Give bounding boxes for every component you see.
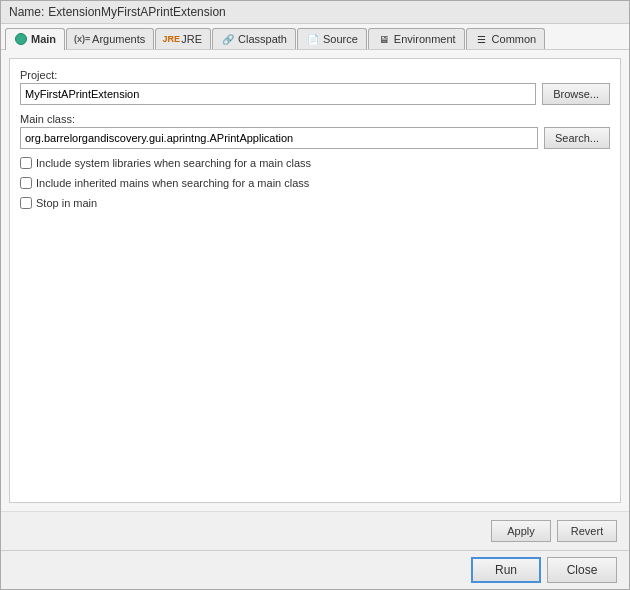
tab-classpath-label: Classpath <box>238 33 287 45</box>
source-tab-icon: 📄 <box>306 32 320 46</box>
checkbox-stop-in-main: Stop in main <box>20 197 610 209</box>
checkbox-inherited-mains: Include inherited mains when searching f… <box>20 177 610 189</box>
classpath-tab-icon: 🔗 <box>221 32 235 46</box>
tab-classpath[interactable]: 🔗 Classpath <box>212 28 296 49</box>
project-field-group: Project: Browse... <box>20 69 610 105</box>
tab-jre-label: JRE <box>181 33 202 45</box>
tab-source-label: Source <box>323 33 358 45</box>
tab-environment[interactable]: 🖥 Environment <box>368 28 465 49</box>
content-spacer <box>20 217 610 492</box>
title-bar: Name: ExtensionMyFirstAPrintExtension <box>1 1 629 24</box>
checkbox-inherited-mains-input[interactable] <box>20 177 32 189</box>
main-tab-icon <box>14 32 28 46</box>
main-class-field-row: Search... <box>20 127 610 149</box>
checkbox-system-libraries-input[interactable] <box>20 157 32 169</box>
main-class-label: Main class: <box>20 113 610 125</box>
name-label: Name: <box>9 5 44 19</box>
run-button[interactable]: Run <box>471 557 541 583</box>
dialog-name-value: ExtensionMyFirstAPrintExtension <box>48 5 225 19</box>
project-field-row: Browse... <box>20 83 610 105</box>
main-class-field-group: Main class: Search... <box>20 113 610 149</box>
tab-jre[interactable]: JRE JRE <box>155 28 211 49</box>
checkbox-inherited-mains-label: Include inherited mains when searching f… <box>36 177 309 189</box>
tab-source[interactable]: 📄 Source <box>297 28 367 49</box>
common-tab-icon: ☰ <box>475 32 489 46</box>
environment-tab-icon: 🖥 <box>377 32 391 46</box>
project-input[interactable] <box>20 83 536 105</box>
checkbox-system-libraries: Include system libraries when searching … <box>20 157 610 169</box>
dialog: Name: ExtensionMyFirstAPrintExtension Ma… <box>0 0 630 590</box>
jre-tab-icon: JRE <box>164 32 178 46</box>
close-button[interactable]: Close <box>547 557 617 583</box>
checkbox-stop-in-main-label: Stop in main <box>36 197 97 209</box>
tab-arguments[interactable]: (x)= Arguments <box>66 28 154 49</box>
project-label: Project: <box>20 69 610 81</box>
run-close-bar: Run Close <box>1 550 629 589</box>
checkbox-stop-in-main-input[interactable] <box>20 197 32 209</box>
tabs-bar: Main (x)= Arguments JRE JRE 🔗 Classpath … <box>1 24 629 50</box>
checkbox-system-libraries-label: Include system libraries when searching … <box>36 157 311 169</box>
revert-button[interactable]: Revert <box>557 520 617 542</box>
tab-common[interactable]: ☰ Common <box>466 28 546 49</box>
tab-arguments-label: Arguments <box>92 33 145 45</box>
tab-common-label: Common <box>492 33 537 45</box>
project-browse-button[interactable]: Browse... <box>542 83 610 105</box>
main-class-search-button[interactable]: Search... <box>544 127 610 149</box>
main-content: Project: Browse... Main class: Search...… <box>1 50 629 511</box>
tab-main[interactable]: Main <box>5 28 65 50</box>
inner-panel: Project: Browse... Main class: Search...… <box>9 58 621 503</box>
arguments-tab-icon: (x)= <box>75 32 89 46</box>
tab-environment-label: Environment <box>394 33 456 45</box>
tab-main-label: Main <box>31 33 56 45</box>
bottom-actions: Apply Revert <box>1 511 629 550</box>
apply-button[interactable]: Apply <box>491 520 551 542</box>
main-class-input[interactable] <box>20 127 538 149</box>
